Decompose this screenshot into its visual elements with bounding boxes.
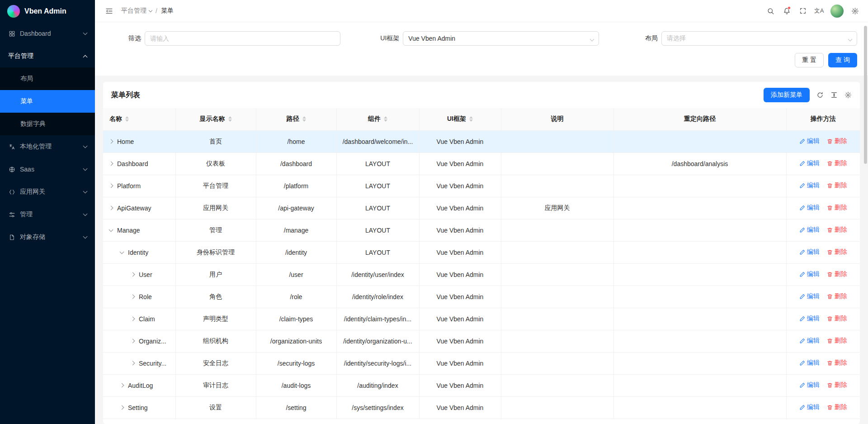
table-row[interactable]: Identity身份标识管理/identityLAYOUTVue Vben Ad… (103, 241, 860, 263)
avatar[interactable] (830, 5, 844, 18)
column-settings-gear-icon[interactable] (844, 91, 852, 99)
column-header[interactable]: 显示名称 (175, 108, 256, 130)
column-header[interactable]: 名称 (103, 108, 175, 130)
sidebar-item-localization[interactable]: 本地化管理 (0, 135, 95, 158)
column-header[interactable]: UI框架 (419, 108, 501, 130)
breadcrumb-current: 菜单 (161, 7, 174, 15)
layout-placeholder: 请选择 (667, 34, 686, 43)
expand-row-icon[interactable] (131, 295, 135, 299)
language-button[interactable]: 文A (811, 3, 827, 19)
fullscreen-button[interactable] (795, 3, 811, 19)
edit-button[interactable]: 编辑 (799, 403, 820, 411)
table-row[interactable]: ApiGateway应用网关/api-gatewayLAYOUTVue Vben… (103, 197, 860, 219)
filter-field-keyword: 筛选 (106, 31, 340, 46)
sidebar-subitem-layout[interactable]: 布局 (0, 67, 95, 90)
delete-button[interactable]: 删除 (827, 248, 847, 256)
sidebar-fold-button[interactable] (101, 3, 117, 19)
sidebar-item-app-gateway[interactable]: 应用网关 (0, 181, 95, 203)
expand-row-icon[interactable] (109, 139, 113, 144)
table-row[interactable]: Setting设置/setting/sys/settings/indexVue … (103, 396, 860, 419)
add-menu-button[interactable]: 添加新菜单 (764, 88, 810, 102)
expand-row-icon[interactable] (131, 317, 135, 321)
layout-select[interactable]: 请选择 (661, 31, 857, 46)
table-row[interactable]: Manage管理/manageLAYOUTVue Vben Admin编辑删除 (103, 219, 860, 241)
delete-button[interactable]: 删除 (827, 337, 847, 345)
cell-actions: 编辑删除 (786, 241, 860, 263)
table-row[interactable]: AuditLog审计日志/audit-logs/auditing/indexVu… (103, 374, 860, 396)
trash-icon (827, 382, 833, 388)
reset-button[interactable]: 重 置 (795, 53, 824, 67)
delete-button[interactable]: 删除 (827, 137, 847, 145)
edit-button[interactable]: 编辑 (799, 137, 820, 145)
settings-button[interactable] (847, 3, 863, 19)
app-logo[interactable]: Vben Admin (0, 0, 95, 22)
collapse-row-icon[interactable] (109, 227, 113, 232)
sort-carets-icon (469, 116, 473, 122)
column-header[interactable]: 组件 (336, 108, 419, 130)
delete-button[interactable]: 删除 (827, 181, 847, 190)
cell-ui-framework: Vue Vben Admin (419, 330, 501, 352)
expand-row-icon[interactable] (120, 405, 124, 410)
delete-button[interactable]: 删除 (827, 403, 847, 411)
table-row[interactable]: Home首页/home/dashboard/welcome/in...Vue V… (103, 130, 860, 152)
delete-button[interactable]: 删除 (827, 292, 847, 300)
expand-row-icon[interactable] (109, 162, 113, 166)
table-row[interactable]: Organiz...组织机构/organization-units/identi… (103, 330, 860, 352)
edit-button[interactable]: 编辑 (799, 181, 820, 190)
cell-name: ApiGateway (103, 197, 175, 219)
table-row[interactable]: Security...安全日志/security-logs/identity/s… (103, 352, 860, 374)
edit-button[interactable]: 编辑 (799, 381, 820, 389)
delete-button[interactable]: 删除 (827, 204, 847, 212)
sidebar-item-manage[interactable]: 管理 (0, 203, 95, 226)
query-button[interactable]: 查 询 (828, 53, 857, 67)
table-row[interactable]: Dashboard仪表板/dashboardLAYOUTVue Vben Adm… (103, 152, 860, 175)
table-row[interactable]: Platform平台管理/platformLAYOUTVue Vben Admi… (103, 175, 860, 197)
sidebar-subitem-data-dictionary[interactable]: 数据字典 (0, 113, 95, 135)
refresh-icon[interactable] (816, 91, 824, 99)
expand-row-icon[interactable] (131, 339, 135, 343)
page-scrollbar[interactable] (864, 26, 867, 164)
edit-button[interactable]: 编辑 (799, 337, 820, 345)
expand-row-icon[interactable] (109, 206, 113, 210)
edit-button[interactable]: 编辑 (799, 270, 820, 278)
sidebar-item-object-storage[interactable]: 对象存储 (0, 226, 95, 248)
delete-button[interactable]: 删除 (827, 226, 847, 234)
filter-keyword-input[interactable] (145, 31, 340, 46)
collapse-row-icon[interactable] (120, 249, 124, 254)
cell-name: Platform (103, 175, 175, 197)
edit-button[interactable]: 编辑 (799, 226, 820, 234)
expand-row-icon[interactable] (120, 383, 124, 388)
edit-button[interactable]: 编辑 (799, 314, 820, 323)
column-header[interactable]: 路径 (256, 108, 336, 130)
delete-button[interactable]: 删除 (827, 270, 847, 278)
sidebar-item-platform-management[interactable]: 平台管理 (0, 45, 95, 67)
table-row[interactable]: Role角色/role/identity/role/indexVue Vben … (103, 286, 860, 308)
sidebar-item-saas[interactable]: Saas (0, 158, 95, 181)
search-button[interactable] (763, 3, 778, 19)
expand-row-icon[interactable] (109, 184, 113, 188)
sidebar-subitem-menu[interactable]: 菜单 (0, 90, 95, 113)
delete-button[interactable]: 删除 (827, 159, 847, 167)
delete-button[interactable]: 删除 (827, 381, 847, 389)
cell-redirect (613, 286, 786, 308)
expand-row-icon[interactable] (131, 361, 135, 366)
notification-button[interactable] (779, 3, 794, 19)
edit-button[interactable]: 编辑 (799, 159, 820, 167)
edit-button[interactable]: 编辑 (799, 204, 820, 212)
delete-button[interactable]: 删除 (827, 314, 847, 323)
breadcrumb-section[interactable]: 平台管理 (121, 7, 152, 15)
table-header-row: 名称显示名称路径组件UI框架说明重定向路径操作方法 (103, 108, 860, 130)
ui-framework-select[interactable]: Vue Vben Admin (403, 31, 599, 46)
cell-redirect (613, 263, 786, 286)
row-height-icon[interactable] (830, 91, 838, 99)
table-row[interactable]: Claim声明类型/claim-types/identity/claim-typ… (103, 308, 860, 330)
cell-component: /identity/security-logs/i... (336, 352, 419, 374)
delete-button[interactable]: 删除 (827, 359, 847, 367)
edit-button[interactable]: 编辑 (799, 248, 820, 256)
expand-row-icon[interactable] (131, 272, 135, 277)
sidebar-item-dashboard[interactable]: Dashboard (0, 22, 95, 45)
table-row[interactable]: User用户/user/identity/user/indexVue Vben … (103, 263, 860, 286)
edit-button[interactable]: 编辑 (799, 359, 820, 367)
trash-icon (827, 205, 833, 211)
edit-button[interactable]: 编辑 (799, 292, 820, 300)
